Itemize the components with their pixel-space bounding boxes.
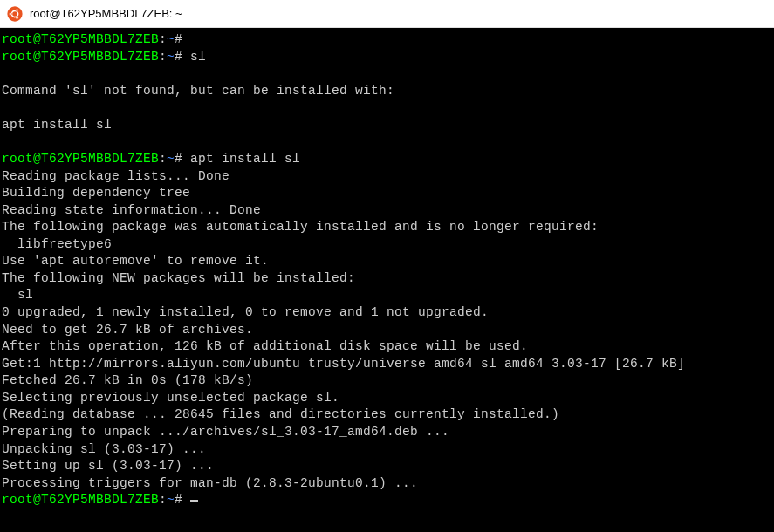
prompt-colon: : bbox=[159, 50, 167, 64]
terminal-line: After this operation, 126 kB of addition… bbox=[2, 338, 772, 356]
svg-point-2 bbox=[9, 12, 11, 15]
terminal-line: 0 upgraded, 1 newly installed, 0 to remo… bbox=[2, 304, 772, 322]
command-text: sl bbox=[190, 50, 206, 64]
terminal-line: Command 'sl' not found, but can be insta… bbox=[2, 83, 772, 100]
terminal-line: Unpacking sl (3.03-17) ... bbox=[2, 441, 772, 459]
prompt-user-host: root@T62YP5MBBDL7ZEB bbox=[2, 50, 159, 64]
terminal-line: Need to get 26.7 kB of archives. bbox=[2, 322, 772, 339]
cursor bbox=[190, 500, 198, 502]
terminal-line: Processing triggers for man-db (2.8.3-2u… bbox=[2, 475, 772, 493]
terminal-line: sl bbox=[2, 287, 772, 304]
window-titlebar: root@T62YP5MBBDL7ZEB: ~ bbox=[0, 0, 774, 28]
terminal-line: The following package was automatically … bbox=[2, 219, 772, 236]
prompt-colon: : bbox=[159, 493, 167, 507]
prompt-symbol: # bbox=[175, 32, 190, 46]
prompt-user-host: root@T62YP5MBBDL7ZEB bbox=[2, 152, 159, 166]
terminal-line bbox=[2, 133, 772, 151]
terminal-line: Fetched 26.7 kB in 0s (178 kB/s) bbox=[2, 372, 772, 390]
terminal-line: Setting up sl (3.03-17) ... bbox=[2, 458, 772, 475]
terminal-line: Preparing to unpack .../archives/sl_3.03… bbox=[2, 424, 772, 441]
terminal-line: Selecting previously unselected package … bbox=[2, 390, 772, 407]
terminal-line bbox=[2, 99, 772, 117]
prompt-user-host: root@T62YP5MBBDL7ZEB bbox=[2, 32, 159, 46]
terminal-line: Use 'apt autoremove' to remove it. bbox=[2, 253, 772, 270]
prompt-path: ~ bbox=[167, 50, 175, 64]
svg-point-3 bbox=[16, 8, 18, 10]
terminal-line: Reading package lists... Done bbox=[2, 168, 772, 186]
terminal-prompt-line: root@T62YP5MBBDL7ZEB:~# bbox=[2, 31, 772, 49]
svg-point-4 bbox=[16, 16, 18, 18]
prompt-path: ~ bbox=[167, 152, 175, 166]
prompt-user-host: root@T62YP5MBBDL7ZEB bbox=[2, 493, 159, 507]
prompt-path: ~ bbox=[167, 32, 175, 46]
prompt-colon: : bbox=[159, 32, 167, 46]
prompt-symbol: # bbox=[175, 152, 190, 166]
terminal-line: Building dependency tree bbox=[2, 185, 772, 202]
prompt-symbol: # bbox=[175, 493, 190, 507]
command-text: apt install sl bbox=[190, 152, 300, 166]
prompt-symbol: # bbox=[175, 50, 190, 64]
terminal-area[interactable]: root@T62YP5MBBDL7ZEB:~# root@T62YP5MBBDL… bbox=[0, 28, 774, 532]
terminal-prompt-line: root@T62YP5MBBDL7ZEB:~# apt install sl bbox=[2, 151, 772, 168]
prompt-colon: : bbox=[159, 152, 167, 166]
terminal-line: (Reading database ... 28645 files and di… bbox=[2, 406, 772, 424]
prompt-path: ~ bbox=[167, 493, 175, 507]
window-title: root@T62YP5MBBDL7ZEB: ~ bbox=[30, 7, 182, 20]
terminal-prompt-line: root@T62YP5MBBDL7ZEB:~# sl bbox=[2, 49, 772, 66]
terminal-line: The following NEW packages will be insta… bbox=[2, 270, 772, 288]
terminal-line bbox=[2, 65, 772, 83]
terminal-line: libfreetype6 bbox=[2, 236, 772, 254]
terminal-line: Reading state information... Done bbox=[2, 202, 772, 220]
terminal-line: apt install sl bbox=[2, 117, 772, 134]
terminal-line: Get:1 http://mirrors.aliyun.com/ubuntu t… bbox=[2, 356, 772, 373]
terminal-prompt-line: root@T62YP5MBBDL7ZEB:~# bbox=[2, 492, 772, 509]
ubuntu-icon bbox=[7, 6, 23, 22]
